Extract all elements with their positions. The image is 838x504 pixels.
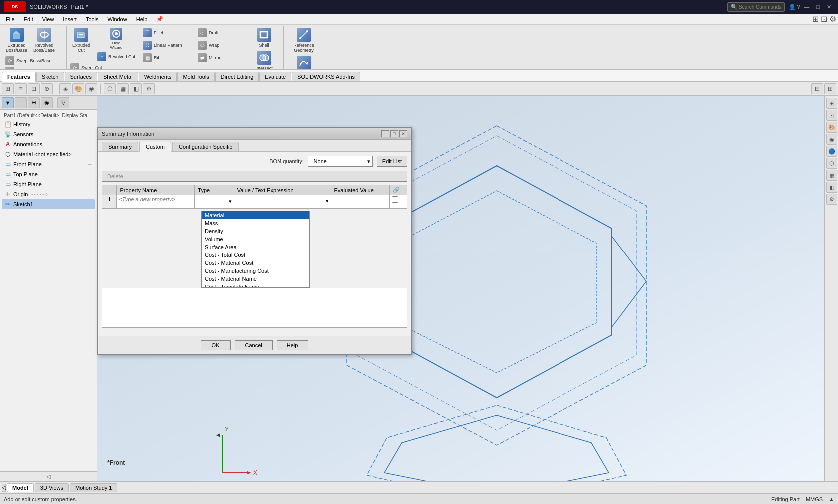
panel-tab-features[interactable]: ▼ — [2, 97, 14, 108]
tab-motion-study[interactable]: Motion Study 1 — [70, 483, 117, 492]
swept-cut-btn[interactable]: ⟳ Swept Cut — [69, 63, 137, 70]
right-btn-5[interactable]: 🔵 — [826, 146, 837, 157]
help-btn[interactable]: Help — [277, 340, 309, 350]
right-btn-4[interactable]: ◉ — [826, 134, 837, 145]
rib-btn[interactable]: ▦ Rib — [141, 52, 192, 64]
ok-btn[interactable]: OK — [201, 340, 231, 350]
row-prop-1[interactable] — [117, 195, 195, 209]
help-icon[interactable]: ? — [797, 4, 800, 10]
view-btn-11[interactable]: ⚙ — [143, 83, 155, 94]
tree-item-material[interactable]: ⬡ Material <not specified> — [2, 149, 95, 159]
menu-view[interactable]: View — [38, 15, 58, 23]
tab-model[interactable]: Model — [7, 483, 34, 492]
dialog-maximize-btn[interactable]: □ — [390, 130, 398, 137]
edit-list-btn[interactable]: Edit List — [377, 156, 407, 167]
fillet-btn[interactable]: ⌒ Fillet — [141, 27, 192, 39]
menu-tools[interactable]: Tools — [82, 15, 103, 23]
minimize-btn[interactable]: — — [801, 4, 812, 10]
link-checkbox-1[interactable] — [392, 196, 398, 203]
extruded-boss-btn[interactable]: ExtrudedBoss/Base — [4, 27, 29, 54]
tab-3dviews[interactable]: 3D Views — [35, 483, 69, 492]
hole-wizard-btn[interactable]: HoleWizard — [96, 27, 137, 51]
close-btn[interactable]: ✕ — [824, 4, 834, 10]
menu-file[interactable]: File — [2, 15, 19, 23]
menu-window[interactable]: Window — [104, 15, 131, 23]
revolved-boss-btn[interactable]: RevolvedBoss/Base — [31, 27, 57, 54]
dropdown-list-inner[interactable]: Material Mass Density Volume Surface Are… — [201, 211, 310, 288]
tab-evaluate[interactable]: Evaluate — [259, 72, 291, 81]
menu-help[interactable]: Help — [132, 15, 152, 23]
mirror-btn[interactable]: ⇌ Mirror — [196, 52, 242, 64]
tree-item-top-plane[interactable]: ▭ Top Plane — [2, 169, 95, 179]
linear-pattern-btn[interactable]: ⠿ Linear Pattern — [141, 39, 192, 51]
tab-sketch[interactable]: Sketch — [36, 72, 64, 81]
delete-btn[interactable]: Delete — [102, 171, 407, 182]
dialog-tab-summary[interactable]: Summary — [102, 142, 138, 151]
type-dropdown[interactable]: ▾ — [197, 196, 231, 206]
tree-item-front-plane[interactable]: ▭ Front Plane → — [2, 159, 95, 169]
dropdown-item-cost-mfg[interactable]: Cost - Manufacturing Cost — [202, 267, 309, 275]
tab-surfaces[interactable]: Surfaces — [65, 72, 97, 81]
lofted-boss-btn[interactable]: ◈ Lofted Boss/Base — [4, 66, 64, 70]
right-btn-8[interactable]: ◧ — [826, 182, 837, 193]
view-btn-1[interactable]: ⊞ — [2, 83, 14, 94]
toolbar-icon1[interactable]: ⊞ — [812, 14, 819, 24]
swept-boss-btn[interactable]: ⟳ Swept Boss/Base — [4, 56, 64, 66]
wrap-btn[interactable]: ⬭ Wrap — [196, 39, 242, 51]
curves-btn[interactable]: Curves — [286, 55, 322, 70]
tab-solidworks-addins[interactable]: SOLIDWORKS Add-Ins — [292, 72, 360, 81]
row-value-1[interactable]: ▾ — [234, 195, 331, 209]
view-btn-6[interactable]: 🎨 — [72, 83, 84, 94]
dropdown-item-density[interactable]: Density — [202, 227, 309, 235]
dialog-tab-config[interactable]: Configuration Specific — [172, 142, 239, 151]
maximize-btn[interactable]: □ — [813, 4, 823, 10]
tree-item-sensors[interactable]: 📡 Sensors — [2, 129, 95, 139]
tree-item-origin[interactable]: ✛ Origin - - - - - ○ — [2, 189, 95, 199]
right-btn-6[interactable]: ⬡ — [826, 158, 837, 169]
dropdown-item-surface-area[interactable]: Surface Area — [202, 243, 309, 251]
tab-weldments[interactable]: Weldments — [139, 72, 177, 81]
right-btn-3[interactable]: 🎨 — [826, 122, 837, 133]
dropdown-item-cost-mat-name[interactable]: Cost - Material Name — [202, 275, 309, 283]
tab-features[interactable]: Features — [2, 72, 36, 82]
shell-btn[interactable]: Shell — [246, 27, 281, 49]
menu-insert[interactable]: Insert — [59, 15, 81, 23]
panel-tab-config[interactable]: ⊕ — [28, 97, 40, 108]
expand-arrow-left[interactable]: ◁ — [46, 473, 50, 480]
right-btn-1[interactable]: ⊞ — [826, 98, 837, 109]
search-input-label[interactable]: Search Commands — [739, 4, 782, 10]
dropdown-item-mass[interactable]: Mass — [202, 219, 309, 227]
panel-tab-props[interactable]: ≡ — [15, 97, 27, 108]
intersect-btn[interactable]: Intersect — [246, 50, 281, 70]
view-btn-10[interactable]: ◧ — [130, 83, 142, 94]
view-btn-2[interactable]: ≡ — [15, 83, 27, 94]
dropdown-item-volume[interactable]: Volume — [202, 235, 309, 243]
units-arrow[interactable]: ▲ — [829, 496, 834, 502]
view-btn-7[interactable]: ◉ — [85, 83, 97, 94]
view-btn-12[interactable]: ⊟ — [811, 83, 823, 94]
tree-item-right-plane[interactable]: ▭ Right Plane — [2, 179, 95, 189]
tree-item-sketch1[interactable]: ✏ Sketch1 — [2, 199, 95, 209]
toolbar-icon3[interactable]: ⚙ — [829, 14, 836, 24]
right-btn-7[interactable]: ▦ — [826, 170, 837, 181]
dialog-close-btn[interactable]: ✕ — [399, 130, 407, 137]
view-btn-13[interactable]: ⊞ — [824, 83, 836, 94]
reference-geometry-btn[interactable]: ReferenceGeometry — [286, 27, 322, 54]
draft-btn[interactable]: ◁ Draft — [196, 27, 242, 39]
toolbar-icon2[interactable]: ⊡ — [821, 14, 827, 24]
user-icon[interactable]: 👤 — [789, 4, 796, 10]
dialog-tab-custom[interactable]: Custom — [139, 142, 171, 152]
view-btn-5[interactable]: ◈ — [59, 83, 71, 94]
view-btn-9[interactable]: ▦ — [117, 83, 129, 94]
revolved-cut-btn[interactable]: ○ Revolved Cut — [96, 52, 137, 62]
dropdown-item-material[interactable]: Material — [202, 211, 309, 219]
dropdown-item-cost-total[interactable]: Cost - Total Cost — [202, 251, 309, 259]
right-btn-2[interactable]: ⊡ — [826, 110, 837, 121]
tab-mold-tools[interactable]: Mold Tools — [177, 72, 214, 81]
cancel-btn[interactable]: Cancel — [235, 340, 273, 350]
tab-sheet-metal[interactable]: Sheet Metal — [98, 72, 138, 81]
tab-direct-editing[interactable]: Direct Editing — [215, 72, 259, 81]
bom-dropdown[interactable]: - None - ▾ — [308, 156, 373, 167]
pin-icon[interactable]: 📌 — [156, 16, 163, 22]
view-btn-4[interactable]: ⊕ — [41, 83, 53, 94]
